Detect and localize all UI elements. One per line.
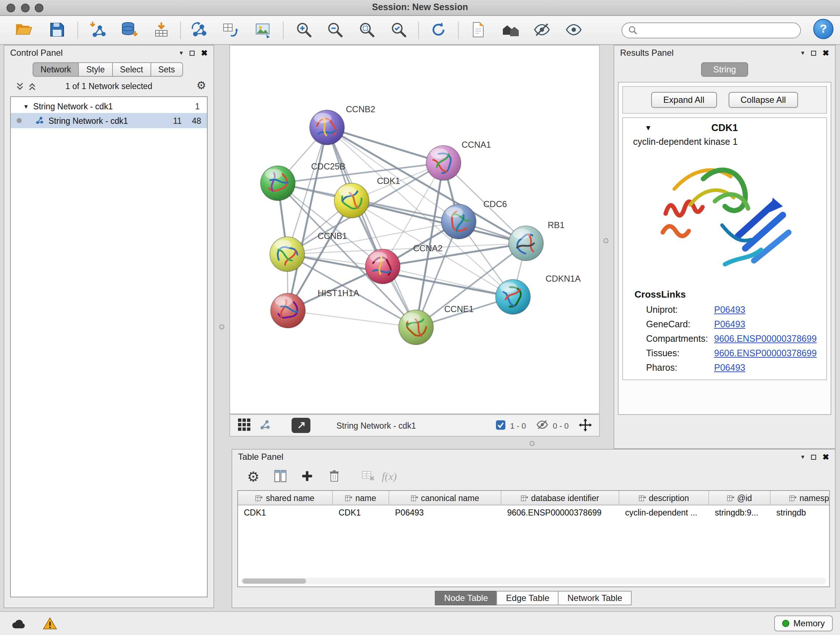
panel-collapse-icon[interactable]: ▾ bbox=[180, 50, 183, 56]
table-cell[interactable]: stringdb:9... bbox=[709, 508, 771, 517]
table-cell[interactable]: P06493 bbox=[389, 508, 501, 517]
table-cell[interactable]: CDK1 bbox=[333, 508, 389, 517]
save-session-button[interactable] bbox=[46, 19, 68, 41]
network-node-HIST1H1A[interactable]: HIST1H1A bbox=[271, 288, 359, 328]
tab-style[interactable]: Style bbox=[78, 62, 112, 77]
network-node-CCNA1[interactable]: CCNA1 bbox=[426, 140, 491, 180]
network-graph[interactable]: CCNB2CCNA1CDC25BCDK1CDC6RB1CCNB1CCNA2CDK… bbox=[230, 46, 600, 415]
crosslink-link[interactable]: P06493 bbox=[714, 305, 745, 315]
search-input[interactable] bbox=[642, 26, 794, 35]
network-node-RB1[interactable]: RB1 bbox=[508, 220, 565, 261]
crosslink-link[interactable]: P06493 bbox=[714, 319, 745, 329]
network-node-CCNE1[interactable]: CCNE1 bbox=[399, 304, 474, 345]
delete-table-button[interactable] bbox=[360, 469, 376, 485]
crosslink-link[interactable]: 9606.ENSP00000378699 bbox=[714, 334, 817, 344]
edge-HIST1H1A-CCNE1[interactable] bbox=[288, 310, 416, 327]
tab-select[interactable]: Select bbox=[112, 62, 151, 77]
panel-close-icon[interactable]: ✖ bbox=[823, 453, 829, 461]
network-node-CDC6[interactable]: CDC6 bbox=[441, 199, 507, 239]
export-image-button[interactable] bbox=[252, 19, 273, 41]
edge-CCNA2-CDKN1A[interactable] bbox=[383, 266, 513, 297]
gear-icon[interactable]: ⚙ bbox=[196, 79, 206, 92]
splitter-handle[interactable] bbox=[603, 238, 608, 243]
table-cell[interactable]: stringdb bbox=[771, 508, 830, 517]
detach-view-button[interactable] bbox=[292, 418, 310, 433]
import-network-file-button[interactable] bbox=[87, 19, 109, 41]
tab-node-table[interactable]: Node Table bbox=[435, 591, 497, 605]
column-header-database-identifier[interactable]: database identifier bbox=[501, 491, 619, 505]
grid-view-icon[interactable] bbox=[237, 418, 251, 433]
tab-network[interactable]: Network bbox=[33, 62, 79, 77]
column-header-name[interactable]: name bbox=[333, 491, 389, 505]
tab-network-table[interactable]: Network Table bbox=[558, 591, 632, 605]
hide-selected-button[interactable] bbox=[531, 19, 553, 41]
column-header-shared-name[interactable]: shared name bbox=[238, 491, 333, 505]
table-cell[interactable]: CDK1 bbox=[238, 508, 333, 517]
zoom-fit-button[interactable] bbox=[356, 19, 378, 41]
selected-checkbox-icon[interactable] bbox=[496, 420, 506, 431]
disclosure-triangle-icon[interactable]: ▼ bbox=[23, 103, 29, 110]
cloud-button[interactable] bbox=[9, 616, 27, 631]
table-settings-button[interactable]: ⚙ bbox=[245, 469, 261, 485]
network-node-CDKN1A[interactable]: CDKN1A bbox=[496, 274, 581, 314]
table-cell[interactable]: cyclin-dependent ... bbox=[619, 508, 709, 517]
column-header-namespac[interactable]: namespac bbox=[771, 491, 830, 505]
show-columns-button[interactable] bbox=[272, 469, 288, 485]
new-network-button[interactable] bbox=[188, 19, 210, 41]
column-header--id[interactable]: @id bbox=[709, 491, 771, 505]
panel-float-icon[interactable] bbox=[189, 50, 195, 55]
apply-layout-button[interactable] bbox=[428, 19, 449, 41]
panel-float-icon[interactable] bbox=[811, 454, 816, 459]
pan-move-icon[interactable] bbox=[579, 418, 592, 432]
network-canvas[interactable]: CCNB2CCNA1CDC25BCDK1CDC6RB1CCNB1CCNA2CDK… bbox=[229, 45, 600, 414]
column-header-canonical-name[interactable]: canonical name bbox=[389, 491, 501, 505]
panel-close-icon[interactable]: ✖ bbox=[201, 49, 208, 57]
edge-CCNB2-CCNA1[interactable] bbox=[327, 127, 444, 163]
zoom-selected-button[interactable] bbox=[388, 19, 409, 41]
zoom-selected-icon bbox=[390, 21, 407, 40]
memory-button[interactable]: Memory bbox=[774, 616, 833, 631]
network-node-CDK1[interactable]: CDK1 bbox=[334, 176, 400, 218]
search-box[interactable] bbox=[622, 22, 801, 38]
import-network-database-button[interactable] bbox=[118, 19, 140, 41]
splitter-handle[interactable] bbox=[530, 441, 535, 446]
help-button[interactable]: ? bbox=[813, 19, 834, 39]
import-table-button[interactable] bbox=[150, 19, 172, 41]
expand-all-button[interactable]: Expand All bbox=[651, 92, 717, 108]
disclosure-triangle-icon[interactable]: ▼ bbox=[645, 124, 652, 131]
crosslink-link[interactable]: 9606.ENSP00000378699 bbox=[714, 348, 817, 358]
titlebar[interactable]: Session: New Session bbox=[0, 0, 840, 16]
panel-collapse-icon[interactable]: ▾ bbox=[801, 50, 805, 56]
create-column-button[interactable] bbox=[299, 469, 315, 485]
session-document-button[interactable] bbox=[467, 19, 489, 41]
function-builder-button[interactable]: f(x) bbox=[381, 469, 397, 485]
crosslink-link[interactable]: P06493 bbox=[714, 363, 745, 373]
edge-CCNB2-HIST1H1A[interactable] bbox=[288, 127, 327, 310]
table-cell[interactable]: 9606.ENSP00000378699 bbox=[501, 508, 619, 517]
tab-string[interactable]: String bbox=[701, 62, 748, 77]
tab-sets[interactable]: Sets bbox=[150, 62, 183, 77]
open-session-button[interactable] bbox=[13, 19, 35, 41]
network-from-table-button[interactable] bbox=[219, 19, 241, 41]
table-row[interactable]: CDK1CDK1P064939606.ENSP00000378699cyclin… bbox=[238, 505, 830, 520]
hidden-eye-slash-icon[interactable] bbox=[536, 418, 548, 432]
zoom-out-button[interactable] bbox=[324, 19, 346, 41]
protein-card-header[interactable]: ▼ CDK1 bbox=[623, 118, 826, 137]
collapse-all-button[interactable]: Collapse All bbox=[728, 92, 798, 108]
warning-button[interactable] bbox=[41, 616, 59, 631]
panel-float-icon[interactable] bbox=[811, 50, 816, 55]
show-all-button[interactable] bbox=[563, 19, 584, 41]
splitter-handle[interactable] bbox=[219, 325, 224, 329]
zoom-in-button[interactable] bbox=[293, 19, 315, 41]
welcome-screen-button[interactable] bbox=[500, 19, 522, 41]
column-header-description[interactable]: description bbox=[619, 491, 709, 505]
scrollbar-thumb[interactable] bbox=[242, 578, 306, 584]
network-collection-row[interactable]: ▼ String Network - cdk1 1 bbox=[11, 97, 207, 113]
panel-close-icon[interactable]: ✖ bbox=[823, 49, 829, 57]
network-row-selected[interactable]: String Network - cdk1 11 48 bbox=[11, 113, 207, 128]
tab-edge-table[interactable]: Edge Table bbox=[497, 591, 559, 605]
table-horizontal-scrollbar[interactable] bbox=[241, 578, 826, 584]
panel-collapse-icon[interactable]: ▾ bbox=[801, 454, 805, 460]
network-view-icon[interactable] bbox=[258, 418, 271, 432]
delete-column-button[interactable] bbox=[326, 469, 342, 485]
